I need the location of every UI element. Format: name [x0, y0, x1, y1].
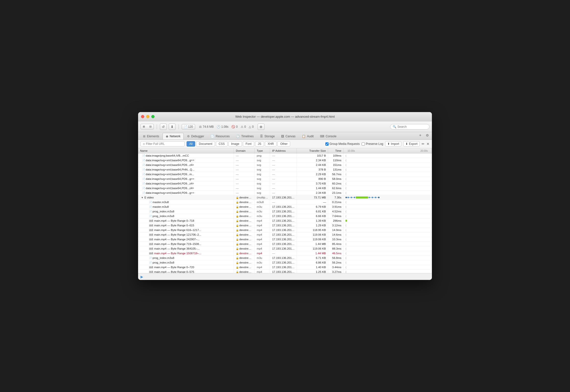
notices-item: △ 0	[249, 125, 254, 128]
cell-domain: 🔒devstreaming-c...	[234, 232, 255, 237]
search-icon: 🔍	[393, 125, 396, 128]
minimize-button[interactable]	[146, 115, 149, 118]
cell-type: svg	[255, 163, 270, 167]
table-row[interactable]: m4main.mp4 — Byte Range 364105–... 🔒devs…	[138, 246, 432, 251]
table-row[interactable]: 📄data:image/svg+xml;base64,PD9...g== — s…	[138, 177, 432, 181]
table-row[interactable]: 📄prog_index.m3u8 🔒devstreaming-c... m3u …	[138, 256, 432, 260]
table-row[interactable]: m4main.mp4 — Byte Range 1508719–... 🔒dev…	[138, 251, 432, 256]
table-row[interactable]: 📄master.m3u8 🔒devstreaming-c... m3u8 — —…	[138, 200, 432, 205]
table-row[interactable]: m4main.mp4 — Byte Range 242907–... 🔒devs…	[138, 237, 432, 242]
add-tab-button[interactable]: +	[417, 132, 423, 139]
table-row[interactable]: 📄prog_index.m3u8 🔒devstreaming-c... m3u …	[138, 209, 432, 214]
cell-size: 2.29 KB	[297, 172, 328, 177]
preserve-log-checkbox[interactable]	[362, 142, 365, 146]
sidebar-toggle-group[interactable]: ⊞ ⊟	[141, 124, 154, 129]
filter-input[interactable]	[146, 142, 180, 146]
cell-name: 📄data:image/svg+xml;base64,PD9...z4=	[138, 163, 234, 167]
table-row[interactable]: m4main.mp4 — Byte Range 0–575 🔒devstream…	[138, 270, 432, 273]
lock-icon: 🔒	[236, 196, 239, 199]
console-arrow-icon[interactable]: ▶	[141, 275, 143, 279]
table-row[interactable]: m4main.mp4 — Byte Range 616–1217... 🔒dev…	[138, 228, 432, 232]
table-row[interactable]: m4main.mp4 — Byte Range 0–718 🔒devstream…	[138, 219, 432, 223]
table-row[interactable]: 📄prog_index.m3u8 🔒devstreaming-c... m3u …	[138, 260, 432, 265]
table-row[interactable]: 📄data:image/svg+xml;base64,PD9...m... — …	[138, 172, 432, 177]
col-ip[interactable]: IP Address	[270, 148, 297, 154]
close-button[interactable]	[141, 115, 144, 118]
cell-size: 2.44 KB	[297, 163, 328, 167]
tab-resources[interactable]: 📄 Resources	[208, 133, 233, 140]
filter-image[interactable]: Image	[228, 141, 242, 147]
maximize-button[interactable]	[151, 115, 155, 118]
edit-icon[interactable]: ✏	[422, 142, 425, 146]
table-row[interactable]: m4main.mp4 — Byte Range 719–1508... 🔒dev…	[138, 242, 432, 246]
filter-input-wrapper[interactable]: ⊙	[141, 141, 185, 147]
lock-icon: 🔒	[236, 229, 239, 231]
target-button[interactable]: ⊕	[257, 124, 264, 130]
sidebar-toggle-button[interactable]: ⊞	[141, 124, 147, 129]
col-name[interactable]: Name	[138, 148, 234, 154]
col-domain[interactable]: Domain	[234, 148, 255, 154]
table-row[interactable]: 📄data:image/svg+xml;base64,PD9...z4= — s…	[138, 181, 432, 186]
filter-other[interactable]: Other	[277, 141, 290, 147]
tab-resources-label: Resources	[216, 135, 230, 138]
status-bar: ⚖ 74.6 MB 🕐 1.08s 🚫 0 ⚠ 0 △ 0	[199, 125, 254, 128]
group-arrow: ▼	[141, 196, 143, 199]
import-button[interactable]: ⬆ Import	[385, 141, 401, 147]
network-icon: ◉	[166, 135, 168, 138]
export-button[interactable]: ⬇ Export	[403, 141, 420, 147]
cell-name: 📄data:image/svg+xml;base64,PD9...m...	[138, 172, 234, 177]
settings-icon[interactable]: ⚙	[425, 132, 430, 138]
preserve-log-label[interactable]: Preserve Log	[362, 142, 383, 146]
cell-time: 56.2ms	[328, 260, 343, 265]
filter-js[interactable]: JS	[255, 141, 264, 147]
group-media-checkbox[interactable]	[325, 142, 328, 146]
group-media-label[interactable]: Group Media Requests	[325, 142, 360, 146]
tab-elements[interactable]: ⊞ Elements	[140, 133, 162, 140]
filter-font[interactable]: Font	[243, 141, 254, 147]
table-row[interactable]: m4main.mp4 — Byte Range 121706–2... 🔒dev…	[138, 232, 432, 237]
col-time[interactable]: Time	[328, 148, 343, 154]
tab-debugger[interactable]: ⚙ Debugger	[184, 133, 207, 140]
download-button[interactable]: ⬇	[169, 124, 176, 130]
cell-size: 1.39 KB	[297, 219, 328, 223]
cell-domain: —	[234, 154, 255, 158]
search-input[interactable]	[397, 125, 427, 128]
reload-button[interactable]: ↺	[160, 124, 167, 130]
lock-icon: 🔒	[236, 243, 239, 245]
table-row[interactable]: 📄master.m3u8 🔒devstreaming-c... m3u 17.1…	[138, 205, 432, 209]
cell-name: m4main.mp4 — Byte Range 0–575	[138, 270, 234, 273]
table-row[interactable]: 📄data:image/svg+xml;base64,PD9...g== — s…	[138, 158, 432, 163]
table-row[interactable]: 📄prog_index.m3u8 🔒devstreaming-c... m3u …	[138, 214, 432, 219]
filter-document[interactable]: Document	[196, 141, 215, 147]
tab-storage[interactable]: 🗄 Storage	[257, 133, 278, 140]
filter-xhr[interactable]: XHR	[265, 141, 276, 147]
cell-name: m4main.mp4 — Byte Range 1508719–...	[138, 251, 234, 256]
tab-console[interactable]: ⌨ Console	[317, 133, 339, 140]
filter-css[interactable]: CSS	[216, 141, 228, 147]
table-row[interactable]: 📄data:image/svg+xml;base64,PD9...z4= — s…	[138, 186, 432, 191]
table-row[interactable]: 📄data:image/svg+xml;base64,PD9...z4= — s…	[138, 163, 432, 167]
table-row[interactable]: 📄data:image/png;base64,iVB...mCC — png —…	[138, 154, 432, 158]
layout-toggle-button[interactable]: ⊟	[147, 124, 154, 129]
cell-type: svg	[255, 167, 270, 172]
network-table[interactable]: Name Domain Type IP Address Transfer Siz…	[138, 148, 432, 273]
col-size[interactable]: Transfer Size	[297, 148, 328, 154]
tab-canvas[interactable]: 🖼 Canvas	[278, 133, 299, 140]
tab-audit[interactable]: 📋 Audit	[299, 133, 317, 140]
clear-icon[interactable]: ✕	[427, 142, 429, 146]
table-row[interactable]: ▼Evideo 🔒devstreaming-c... (multiple) 17…	[138, 195, 432, 200]
search-box[interactable]: 🔍	[390, 124, 429, 129]
tab-network[interactable]: ◉ Network	[163, 133, 184, 140]
table-row[interactable]: 📄data:image/svg+xml;base64,PD9...g== — s…	[138, 191, 432, 195]
cell-name: 📄data:image/svg+xml;base64,PD9...g==	[138, 191, 234, 195]
file-icon: m4	[149, 224, 153, 227]
cell-domain: 🔒devstreaming-c...	[234, 219, 255, 223]
elements-icon: ⊞	[143, 135, 145, 138]
cell-time: 151ms	[328, 163, 343, 167]
col-type[interactable]: Type	[255, 148, 270, 154]
table-row[interactable]: 📄data:image/svg+xml;base64,PHN...Q... — …	[138, 167, 432, 172]
table-row[interactable]: m4main.mp4 — Byte Range 0–615 🔒devstream…	[138, 223, 432, 228]
filter-all[interactable]: All	[186, 141, 195, 147]
table-row[interactable]: m4main.mp4 — Byte Range 0–720 🔒devstream…	[138, 265, 432, 270]
tab-timelines[interactable]: 🕐 Timelines	[233, 133, 256, 140]
